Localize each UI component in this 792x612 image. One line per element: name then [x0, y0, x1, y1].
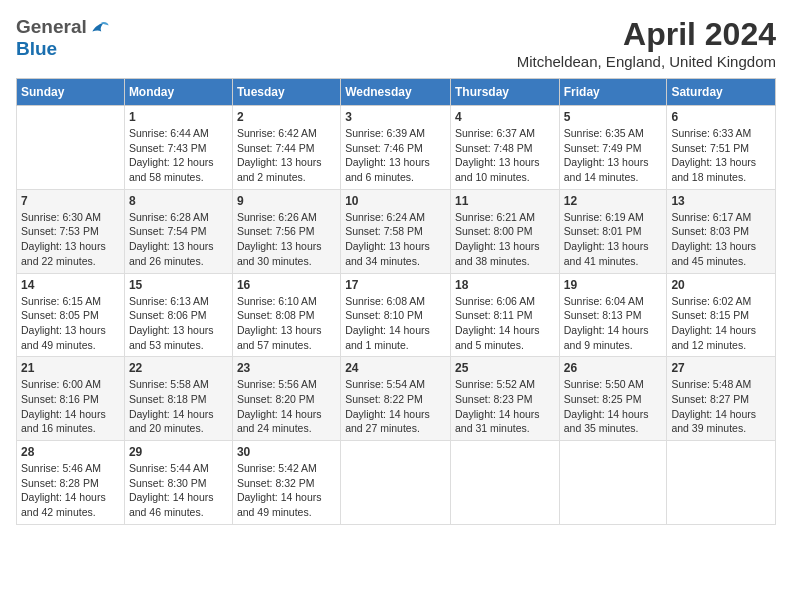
month-title: April 2024 [517, 16, 776, 53]
calendar-header-row: SundayMondayTuesdayWednesdayThursdayFrid… [17, 79, 776, 106]
day-number: 14 [21, 278, 120, 292]
calendar-cell: 6Sunrise: 6:33 AMSunset: 7:51 PMDaylight… [667, 106, 776, 190]
calendar-cell: 11Sunrise: 6:21 AMSunset: 8:00 PMDayligh… [450, 189, 559, 273]
day-info: Sunrise: 6:30 AMSunset: 7:53 PMDaylight:… [21, 210, 120, 269]
column-header-monday: Monday [124, 79, 232, 106]
location: Mitcheldean, England, United Kingdom [517, 53, 776, 70]
day-number: 18 [455, 278, 555, 292]
day-number: 24 [345, 361, 446, 375]
day-info: Sunrise: 6:17 AMSunset: 8:03 PMDaylight:… [671, 210, 771, 269]
calendar-cell: 12Sunrise: 6:19 AMSunset: 8:01 PMDayligh… [559, 189, 667, 273]
day-number: 22 [129, 361, 228, 375]
column-header-wednesday: Wednesday [341, 79, 451, 106]
day-number: 1 [129, 110, 228, 124]
day-info: Sunrise: 6:21 AMSunset: 8:00 PMDaylight:… [455, 210, 555, 269]
logo: General Blue [16, 16, 110, 60]
day-number: 30 [237, 445, 336, 459]
day-info: Sunrise: 5:48 AMSunset: 8:27 PMDaylight:… [671, 377, 771, 436]
day-number: 13 [671, 194, 771, 208]
column-header-friday: Friday [559, 79, 667, 106]
calendar-cell: 26Sunrise: 5:50 AMSunset: 8:25 PMDayligh… [559, 357, 667, 441]
day-number: 23 [237, 361, 336, 375]
day-number: 10 [345, 194, 446, 208]
day-info: Sunrise: 6:37 AMSunset: 7:48 PMDaylight:… [455, 126, 555, 185]
day-info: Sunrise: 6:10 AMSunset: 8:08 PMDaylight:… [237, 294, 336, 353]
calendar-week-4: 21Sunrise: 6:00 AMSunset: 8:16 PMDayligh… [17, 357, 776, 441]
day-info: Sunrise: 6:00 AMSunset: 8:16 PMDaylight:… [21, 377, 120, 436]
calendar-table: SundayMondayTuesdayWednesdayThursdayFrid… [16, 78, 776, 525]
day-number: 26 [564, 361, 663, 375]
calendar-cell [450, 441, 559, 525]
logo-blue: Blue [16, 38, 57, 60]
day-info: Sunrise: 6:13 AMSunset: 8:06 PMDaylight:… [129, 294, 228, 353]
calendar-cell: 1Sunrise: 6:44 AMSunset: 7:43 PMDaylight… [124, 106, 232, 190]
day-info: Sunrise: 5:50 AMSunset: 8:25 PMDaylight:… [564, 377, 663, 436]
day-number: 15 [129, 278, 228, 292]
calendar-week-1: 1Sunrise: 6:44 AMSunset: 7:43 PMDaylight… [17, 106, 776, 190]
calendar-cell: 13Sunrise: 6:17 AMSunset: 8:03 PMDayligh… [667, 189, 776, 273]
calendar-cell: 7Sunrise: 6:30 AMSunset: 7:53 PMDaylight… [17, 189, 125, 273]
day-info: Sunrise: 5:54 AMSunset: 8:22 PMDaylight:… [345, 377, 446, 436]
day-number: 28 [21, 445, 120, 459]
day-number: 7 [21, 194, 120, 208]
calendar-cell: 2Sunrise: 6:42 AMSunset: 7:44 PMDaylight… [232, 106, 340, 190]
day-number: 12 [564, 194, 663, 208]
calendar-cell: 9Sunrise: 6:26 AMSunset: 7:56 PMDaylight… [232, 189, 340, 273]
calendar-cell: 25Sunrise: 5:52 AMSunset: 8:23 PMDayligh… [450, 357, 559, 441]
title-area: April 2024 Mitcheldean, England, United … [517, 16, 776, 70]
day-number: 19 [564, 278, 663, 292]
day-info: Sunrise: 6:15 AMSunset: 8:05 PMDaylight:… [21, 294, 120, 353]
day-info: Sunrise: 6:08 AMSunset: 8:10 PMDaylight:… [345, 294, 446, 353]
day-number: 2 [237, 110, 336, 124]
day-info: Sunrise: 6:28 AMSunset: 7:54 PMDaylight:… [129, 210, 228, 269]
calendar-cell [667, 441, 776, 525]
day-info: Sunrise: 6:44 AMSunset: 7:43 PMDaylight:… [129, 126, 228, 185]
day-info: Sunrise: 6:24 AMSunset: 7:58 PMDaylight:… [345, 210, 446, 269]
calendar-cell [341, 441, 451, 525]
day-info: Sunrise: 5:42 AMSunset: 8:32 PMDaylight:… [237, 461, 336, 520]
day-number: 4 [455, 110, 555, 124]
day-number: 21 [21, 361, 120, 375]
calendar-cell: 20Sunrise: 6:02 AMSunset: 8:15 PMDayligh… [667, 273, 776, 357]
page-header: General Blue April 2024 Mitcheldean, Eng… [16, 16, 776, 70]
calendar-cell: 29Sunrise: 5:44 AMSunset: 8:30 PMDayligh… [124, 441, 232, 525]
calendar-cell: 14Sunrise: 6:15 AMSunset: 8:05 PMDayligh… [17, 273, 125, 357]
calendar-week-3: 14Sunrise: 6:15 AMSunset: 8:05 PMDayligh… [17, 273, 776, 357]
column-header-saturday: Saturday [667, 79, 776, 106]
column-header-sunday: Sunday [17, 79, 125, 106]
calendar-cell: 15Sunrise: 6:13 AMSunset: 8:06 PMDayligh… [124, 273, 232, 357]
day-info: Sunrise: 6:33 AMSunset: 7:51 PMDaylight:… [671, 126, 771, 185]
day-number: 9 [237, 194, 336, 208]
day-info: Sunrise: 5:52 AMSunset: 8:23 PMDaylight:… [455, 377, 555, 436]
column-header-tuesday: Tuesday [232, 79, 340, 106]
calendar-cell: 8Sunrise: 6:28 AMSunset: 7:54 PMDaylight… [124, 189, 232, 273]
calendar-cell: 3Sunrise: 6:39 AMSunset: 7:46 PMDaylight… [341, 106, 451, 190]
day-info: Sunrise: 6:19 AMSunset: 8:01 PMDaylight:… [564, 210, 663, 269]
day-info: Sunrise: 6:26 AMSunset: 7:56 PMDaylight:… [237, 210, 336, 269]
logo-bird-icon [88, 16, 110, 38]
day-info: Sunrise: 6:39 AMSunset: 7:46 PMDaylight:… [345, 126, 446, 185]
calendar-cell [17, 106, 125, 190]
day-info: Sunrise: 5:56 AMSunset: 8:20 PMDaylight:… [237, 377, 336, 436]
calendar-cell: 10Sunrise: 6:24 AMSunset: 7:58 PMDayligh… [341, 189, 451, 273]
day-number: 20 [671, 278, 771, 292]
day-info: Sunrise: 5:44 AMSunset: 8:30 PMDaylight:… [129, 461, 228, 520]
day-number: 11 [455, 194, 555, 208]
day-info: Sunrise: 6:04 AMSunset: 8:13 PMDaylight:… [564, 294, 663, 353]
day-number: 3 [345, 110, 446, 124]
day-info: Sunrise: 6:02 AMSunset: 8:15 PMDaylight:… [671, 294, 771, 353]
day-info: Sunrise: 6:42 AMSunset: 7:44 PMDaylight:… [237, 126, 336, 185]
day-number: 29 [129, 445, 228, 459]
calendar-cell: 4Sunrise: 6:37 AMSunset: 7:48 PMDaylight… [450, 106, 559, 190]
day-info: Sunrise: 6:06 AMSunset: 8:11 PMDaylight:… [455, 294, 555, 353]
calendar-cell: 30Sunrise: 5:42 AMSunset: 8:32 PMDayligh… [232, 441, 340, 525]
logo-general: General [16, 16, 87, 38]
calendar-cell: 24Sunrise: 5:54 AMSunset: 8:22 PMDayligh… [341, 357, 451, 441]
day-info: Sunrise: 5:46 AMSunset: 8:28 PMDaylight:… [21, 461, 120, 520]
calendar-cell: 21Sunrise: 6:00 AMSunset: 8:16 PMDayligh… [17, 357, 125, 441]
calendar-cell: 23Sunrise: 5:56 AMSunset: 8:20 PMDayligh… [232, 357, 340, 441]
calendar-week-2: 7Sunrise: 6:30 AMSunset: 7:53 PMDaylight… [17, 189, 776, 273]
calendar-cell: 19Sunrise: 6:04 AMSunset: 8:13 PMDayligh… [559, 273, 667, 357]
calendar-cell [559, 441, 667, 525]
day-number: 16 [237, 278, 336, 292]
